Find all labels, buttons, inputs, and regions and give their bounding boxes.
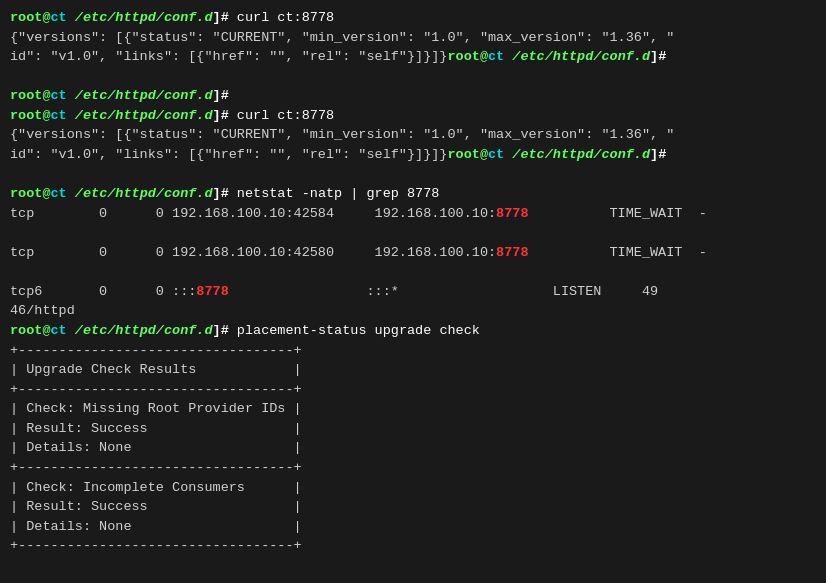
netstat-row-3: tcp6 0 0 :::8778 :::* LISTEN 49 [10, 282, 816, 302]
netstat-cmd: root@ct /etc/httpd/conf.d]# netstat -nat… [10, 184, 816, 204]
output-line-2: id": "v1.0", "links": [{"href": "", "rel… [10, 47, 816, 67]
table-check-2: | Check: Incomplete Consumers | [10, 478, 816, 498]
output-line-3: {"versions": [{"status": "CURRENT", "min… [10, 125, 816, 145]
table-result-2: | Result: Success | [10, 497, 816, 517]
prompt-line-2b: root@ct /etc/httpd/conf.d]# curl ct:8778 [10, 106, 816, 126]
blank-2 [10, 165, 816, 185]
blank-3 [10, 223, 816, 243]
table-check-1: | Check: Missing Root Provider IDs | [10, 399, 816, 419]
table-border-3: +----------------------------------+ [10, 458, 816, 478]
prompt-line-2a: root@ct /etc/httpd/conf.d]# [10, 86, 816, 106]
output-line-1: {"versions": [{"status": "CURRENT", "min… [10, 28, 816, 48]
table-border-2: +----------------------------------+ [10, 380, 816, 400]
table-border-1: +----------------------------------+ [10, 341, 816, 361]
netstat-row-3b: 46/httpd [10, 301, 816, 321]
table-title: | Upgrade Check Results | [10, 360, 816, 380]
prompt-line-1: root@ct /etc/httpd/conf.d]# curl ct:8778 [10, 8, 816, 28]
output-line-4: id": "v1.0", "links": [{"href": "", "rel… [10, 145, 816, 165]
netstat-row-1: tcp 0 0 192.168.100.10:42584 192.168.100… [10, 204, 816, 224]
blank-4 [10, 262, 816, 282]
table-result-1: | Result: Success | [10, 419, 816, 439]
netstat-row-2: tcp 0 0 192.168.100.10:42580 192.168.100… [10, 243, 816, 263]
table-details-2: | Details: None | [10, 517, 816, 537]
blank-1 [10, 67, 816, 87]
table-details-1: | Details: None | [10, 438, 816, 458]
placement-cmd: root@ct /etc/httpd/conf.d]# placement-st… [10, 321, 816, 341]
terminal: root@ct /etc/httpd/conf.d]# curl ct:8778… [10, 8, 816, 556]
table-border-4: +----------------------------------+ [10, 536, 816, 556]
